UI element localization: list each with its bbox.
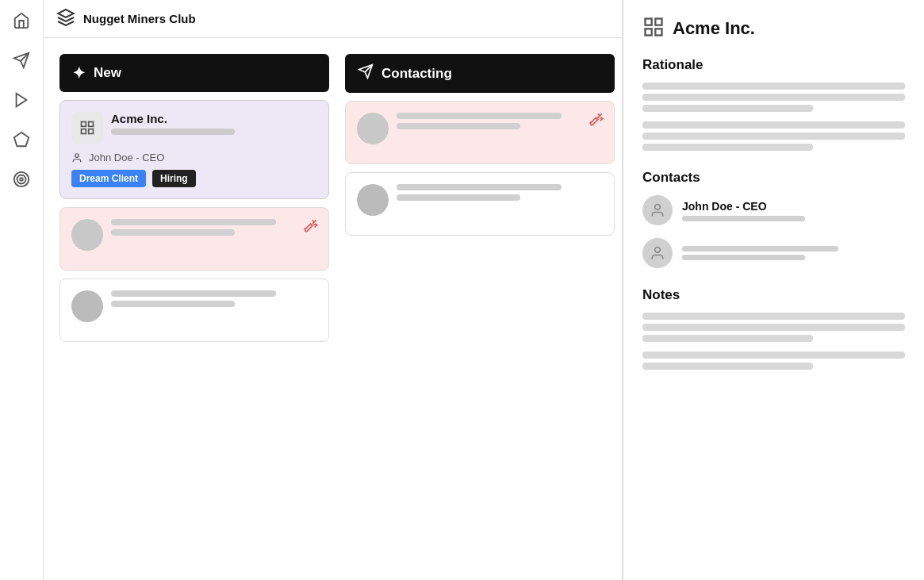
card-acme[interactable]: Acme Inc. John Doe - CEO Dream Client Hi… bbox=[59, 100, 329, 199]
svg-rect-16 bbox=[646, 29, 652, 35]
sidebar bbox=[0, 0, 44, 580]
contact-item-2[interactable] bbox=[642, 238, 905, 268]
card-contacting-1[interactable] bbox=[345, 101, 615, 164]
panel-header: Acme Inc. bbox=[642, 16, 905, 41]
target-icon[interactable] bbox=[9, 167, 34, 192]
svg-marker-3 bbox=[14, 133, 29, 146]
card-new-2-lines bbox=[111, 219, 317, 236]
card-new-3[interactable] bbox=[59, 278, 329, 342]
card-new-2[interactable] bbox=[59, 207, 329, 271]
card-contacting-2[interactable] bbox=[345, 172, 615, 236]
contact-1-info: John Doe - CEO bbox=[682, 200, 905, 221]
card-new-3-avatar bbox=[71, 290, 103, 322]
contact-2-detail bbox=[682, 255, 805, 260]
svg-rect-8 bbox=[89, 122, 94, 127]
rationale-content bbox=[642, 83, 905, 112]
contact-2-avatar bbox=[642, 238, 673, 268]
contact-2-info bbox=[682, 246, 905, 260]
contacting-column-label: Contacting bbox=[381, 66, 452, 82]
contact-item-1[interactable]: John Doe - CEO bbox=[642, 195, 905, 225]
panel-company-name: Acme Inc. bbox=[673, 18, 755, 39]
notes-content-1 bbox=[642, 313, 905, 342]
contacts-title: Contacts bbox=[642, 170, 905, 186]
hammer-icon-1 bbox=[303, 217, 319, 237]
notes-title: Notes bbox=[642, 287, 905, 303]
contacting-column-icon bbox=[358, 63, 374, 83]
app-logo-icon bbox=[56, 8, 75, 30]
svg-rect-17 bbox=[655, 29, 661, 35]
svg-point-18 bbox=[655, 205, 661, 210]
column-contacting: Contacting bbox=[345, 54, 615, 236]
section-notes: Notes bbox=[642, 287, 905, 370]
svg-point-19 bbox=[655, 248, 661, 253]
svg-rect-9 bbox=[82, 129, 86, 134]
panel-company-icon bbox=[642, 16, 665, 41]
home-icon[interactable] bbox=[9, 8, 34, 33]
notes-content-2 bbox=[642, 351, 905, 370]
svg-rect-15 bbox=[655, 19, 661, 25]
acme-tags: Dream Client Hiring bbox=[71, 170, 317, 187]
play-icon[interactable] bbox=[9, 87, 34, 113]
tag-hiring: Hiring bbox=[152, 170, 196, 187]
svg-point-11 bbox=[75, 153, 79, 157]
svg-rect-7 bbox=[82, 122, 86, 127]
svg-point-6 bbox=[20, 178, 23, 181]
section-contacts: Contacts John Doe - CEO bbox=[642, 170, 905, 268]
card-contacting-2-lines bbox=[397, 184, 603, 201]
right-panel: Acme Inc. Rationale Contacts John Doe - … bbox=[623, 0, 924, 580]
contact-1-name: John Doe - CEO bbox=[682, 200, 905, 213]
contact-1-avatar bbox=[642, 195, 673, 225]
diamond-icon[interactable] bbox=[9, 127, 34, 152]
acme-subtitle-line bbox=[111, 129, 235, 135]
svg-rect-14 bbox=[646, 19, 652, 25]
card-contacting-2-avatar bbox=[357, 184, 389, 216]
main-content: Nugget Miners Club ✦ New bbox=[44, 0, 623, 580]
card-contacting-1-avatar bbox=[357, 113, 389, 144]
tag-dream-client: Dream Client bbox=[71, 170, 146, 187]
acme-contact-name: John Doe - CEO bbox=[89, 152, 164, 163]
contact-1-detail bbox=[682, 216, 805, 221]
svg-rect-10 bbox=[89, 129, 94, 134]
contact-2-name-line bbox=[682, 246, 838, 252]
hammer-icon-2 bbox=[589, 111, 604, 131]
card-new-2-avatar bbox=[71, 219, 103, 251]
send-icon[interactable] bbox=[9, 48, 34, 73]
acme-info: Acme Inc. bbox=[111, 112, 317, 138]
new-column-label: New bbox=[94, 65, 121, 81]
svg-point-5 bbox=[17, 175, 26, 184]
new-column-icon: ✦ bbox=[72, 63, 86, 83]
kanban-area: ✦ New Acme Inc. bbox=[44, 38, 622, 580]
rationale-title: Rationale bbox=[642, 57, 905, 73]
section-rationale: Rationale bbox=[642, 57, 905, 151]
svg-marker-2 bbox=[17, 94, 27, 107]
acme-contact-row: John Doe - CEO bbox=[71, 152, 317, 163]
app-title: Nugget Miners Club bbox=[83, 12, 196, 25]
acme-name: Acme Inc. bbox=[111, 112, 317, 125]
card-new-3-lines bbox=[111, 290, 317, 307]
column-contacting-header: Contacting bbox=[345, 54, 615, 93]
column-new: ✦ New Acme Inc. bbox=[59, 54, 329, 342]
rationale-content-2 bbox=[642, 121, 905, 151]
topbar: Nugget Miners Club bbox=[44, 0, 622, 38]
card-contacting-1-lines bbox=[397, 113, 603, 129]
acme-logo-icon bbox=[71, 112, 103, 144]
column-new-header: ✦ New bbox=[59, 54, 329, 92]
